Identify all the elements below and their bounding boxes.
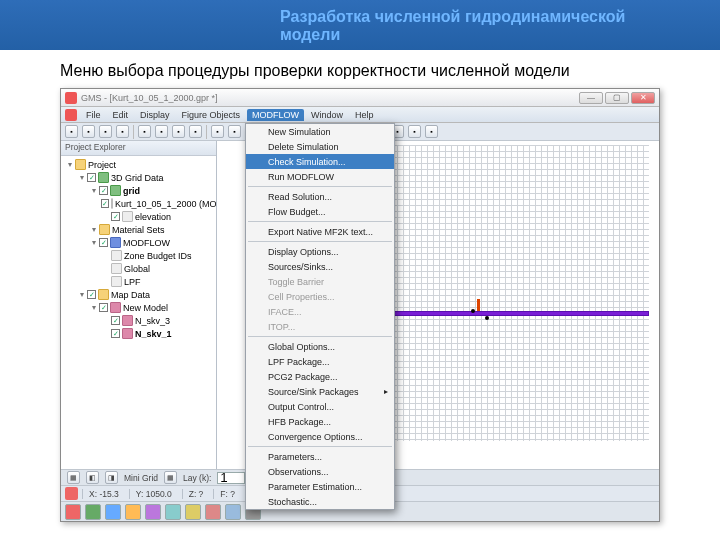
ortho-view-icon[interactable]: ▦ [67,471,80,484]
tree-checkbox[interactable]: ✓ [99,238,108,247]
module-button-7[interactable] [185,504,201,520]
module-button-2[interactable] [85,504,101,520]
tree-item-grid[interactable]: ▾✓grid [65,184,212,197]
minimize-button[interactable]: — [579,92,603,104]
cut-icon[interactable]: ▪ [116,125,129,138]
tree-item-label: New Model [123,303,168,313]
tree-grid-icon [98,172,109,183]
layer-label: Lay (k): [183,473,211,483]
redo-icon[interactable]: ▪ [189,125,202,138]
menu-item-read-solution[interactable]: Read Solution... [246,189,394,204]
module-button-4[interactable] [125,504,141,520]
tree-checkbox[interactable]: ✓ [101,199,109,208]
menu-display[interactable]: Display [135,109,175,121]
menu-item-flow-budget[interactable]: Flow Budget... [246,204,394,219]
module-button-3[interactable] [105,504,121,520]
menu-item-parameters[interactable]: Parameters... [246,449,394,464]
menu-item-export-native-mf2k-text[interactable]: Export Native MF2K text... [246,224,394,239]
menu-file[interactable]: File [81,109,106,121]
tree-item-kurt-10-05-1-2000-modflow-[interactable]: ✓Kurt_10_05_1_2000 (MODFLOW) [65,197,212,210]
tree-item-3d-grid-data[interactable]: ▾✓3D Grid Data [65,171,212,184]
tree-twisty-icon[interactable]: ▾ [89,303,99,312]
layer-input[interactable] [217,472,245,484]
menu-item-lpf-package[interactable]: LPF Package... [246,354,394,369]
tree-item-global[interactable]: Global [65,262,212,275]
tree-twisty-icon[interactable]: ▾ [89,225,99,234]
tree-checkbox[interactable]: ✓ [111,329,120,338]
menu-window[interactable]: Window [306,109,348,121]
menu-item-pcg2-package[interactable]: PCG2 Package... [246,369,394,384]
modflow-menu-dropdown[interactable]: New SimulationDelete SimulationCheck Sim… [245,123,395,510]
tree-checkbox[interactable]: ✓ [99,303,108,312]
box-icon[interactable]: ▪ [65,125,78,138]
tree-twisty-icon[interactable]: ▾ [77,173,87,182]
tree-item-elevation[interactable]: ✓elevation [65,210,212,223]
menu-figure-objects[interactable]: Figure Objects [177,109,246,121]
tree-item-label: N_skv_1 [135,329,172,339]
menu-item-global-options[interactable]: Global Options... [246,339,394,354]
tree-item-map-data[interactable]: ▾✓Map Data [65,288,212,301]
menu-item-delete-simulation[interactable]: Delete Simulation [246,139,394,154]
tree-checkbox[interactable]: ✓ [111,316,120,325]
save-icon[interactable]: ▪ [99,125,112,138]
menu-item-run-modflow[interactable]: Run MODFLOW [246,169,394,184]
undo-icon[interactable]: ▪ [172,125,185,138]
view2-icon[interactable]: ◧ [86,471,99,484]
tree-layer-icon [122,328,133,339]
paste-icon[interactable]: ▪ [155,125,168,138]
menu-item-display-options[interactable]: Display Options... [246,244,394,259]
tree-item-label: Global [124,264,150,274]
tree-item-zone-budget-ids[interactable]: Zone Budget IDs [65,249,212,262]
project-tree[interactable]: ▾Project▾✓3D Grid Data▾✓grid ✓Kurt_10_05… [61,156,216,469]
help-icon[interactable]: ▪ [425,125,438,138]
open-icon[interactable]: ▪ [82,125,95,138]
mesh-icon[interactable]: ▪ [211,125,224,138]
tree-checkbox[interactable]: ✓ [99,186,108,195]
module-button-1[interactable] [65,504,81,520]
tree-item-project[interactable]: ▾Project [65,158,212,171]
close-button[interactable]: ✕ [631,92,655,104]
minigrid-toggle-icon[interactable]: ▦ [164,471,177,484]
module-button-9[interactable] [225,504,241,520]
menu-edit[interactable]: Edit [108,109,134,121]
status-y: Y: 1050.0 [129,489,178,499]
menu-item-stochastic[interactable]: Stochastic... [246,494,394,509]
tree-twisty-icon[interactable]: ▾ [65,160,75,169]
tree-folder-icon [75,159,86,170]
menu-item-sources-sinks[interactable]: Sources/Sinks... [246,259,394,274]
tree-checkbox[interactable]: ✓ [87,173,96,182]
menu-item-output-control[interactable]: Output Control... [246,399,394,414]
module-button-6[interactable] [165,504,181,520]
menu-help[interactable]: Help [350,109,379,121]
menu-item-hfb-package[interactable]: HFB Package... [246,414,394,429]
tree-item-material-sets[interactable]: ▾Material Sets [65,223,212,236]
tree-item-n-skv-1[interactable]: ✓N_skv_1 [65,327,212,340]
menu-item-observations[interactable]: Observations... [246,464,394,479]
sel3-icon[interactable]: ▪ [408,125,421,138]
view3-icon[interactable]: ◨ [105,471,118,484]
menu-item-check-simulation[interactable]: Check Simulation... [246,154,394,169]
menu-item-new-simulation[interactable]: New Simulation [246,124,394,139]
module-button-5[interactable] [145,504,161,520]
tree-item-new-model[interactable]: ▾✓New Model [65,301,212,314]
tree-twisty-icon[interactable]: ▾ [89,238,99,247]
maximize-button[interactable]: ▢ [605,92,629,104]
tree-model-icon [110,237,121,248]
menu-item-parameter-estimation[interactable]: Parameter Estimation... [246,479,394,494]
zoom+-icon[interactable]: ▪ [228,125,241,138]
tree-item-n-skv-3[interactable]: ✓N_skv_3 [65,314,212,327]
menu-item-source-sink-packages[interactable]: Source/Sink Packages [246,384,394,399]
status-swatch [65,487,78,500]
tree-item-modflow[interactable]: ▾✓MODFLOW [65,236,212,249]
menu-item-convergence-options[interactable]: Convergence Options... [246,429,394,444]
copy-icon[interactable]: ▪ [138,125,151,138]
tree-checkbox[interactable]: ✓ [111,212,120,221]
tree-item-label: LPF [124,277,141,287]
module-button-8[interactable] [205,504,221,520]
tree-twisty-icon[interactable]: ▾ [77,290,87,299]
titlebar[interactable]: GMS - [Kurt_10_05_1_2000.gpr *] — ▢ ✕ [61,89,659,107]
menu-modflow[interactable]: MODFLOW [247,109,304,121]
tree-checkbox[interactable]: ✓ [87,290,96,299]
tree-twisty-icon[interactable]: ▾ [89,186,99,195]
tree-item-lpf[interactable]: LPF [65,275,212,288]
